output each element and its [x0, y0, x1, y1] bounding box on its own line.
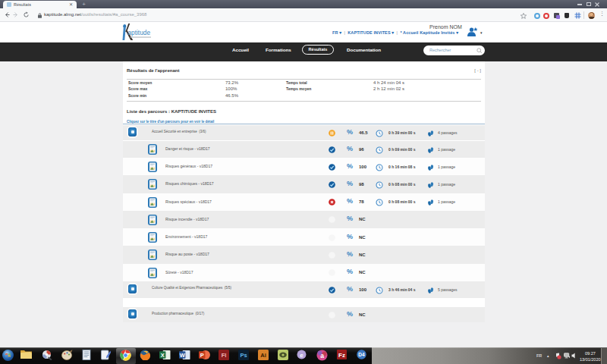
- svg-text:e: e: [300, 352, 304, 359]
- svg-text:X: X: [161, 352, 165, 359]
- svg-text:P: P: [200, 352, 204, 359]
- svg-text:Ai: Ai: [260, 352, 266, 359]
- svg-text:aptitude: aptitude: [128, 29, 151, 36]
- svg-text:W: W: [180, 352, 186, 359]
- svg-text:a: a: [320, 352, 324, 359]
- svg-text:Ps: Ps: [240, 352, 247, 359]
- svg-text:Fz: Fz: [338, 352, 345, 359]
- svg-text:Fl: Fl: [222, 352, 227, 359]
- svg-text:D4: D4: [358, 352, 365, 357]
